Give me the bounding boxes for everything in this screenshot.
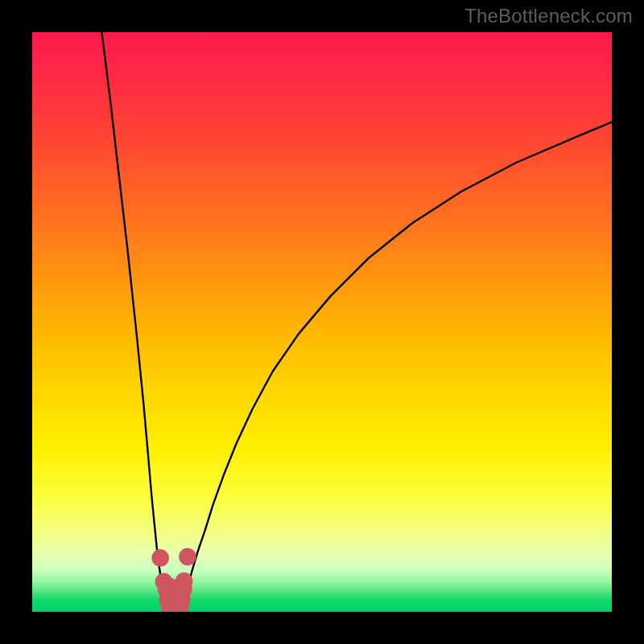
plot-area bbox=[32, 32, 612, 612]
marker-right-dot-upper bbox=[179, 548, 196, 566]
marker-group bbox=[151, 548, 196, 612]
watermark-text: TheBottleneck.com bbox=[464, 5, 633, 27]
curves-layer bbox=[32, 32, 612, 612]
chart-frame: TheBottleneck.com bbox=[0, 0, 644, 644]
series-left-arm bbox=[101, 32, 165, 604]
series-group bbox=[101, 32, 612, 604]
series-right-arm bbox=[183, 122, 612, 604]
marker-valley-stem-right bbox=[170, 578, 192, 600]
marker-left-dot-upper bbox=[151, 549, 169, 567]
